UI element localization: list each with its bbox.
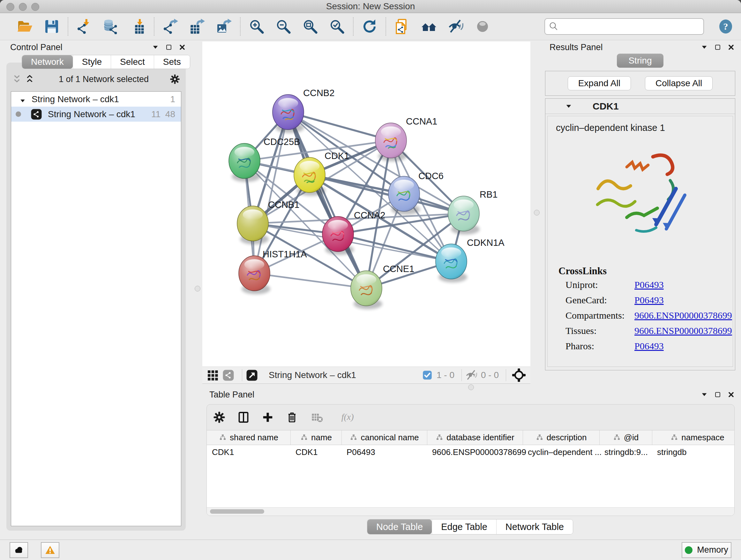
table-options-gear-icon[interactable] <box>213 411 225 423</box>
node-RB1[interactable] <box>448 196 480 235</box>
float-panel-icon[interactable] <box>165 44 172 51</box>
node-CCNA1[interactable] <box>375 123 407 162</box>
table-cell[interactable]: CDK1 <box>207 445 290 459</box>
tab-select[interactable]: Select <box>111 55 154 69</box>
search-box[interactable] <box>544 18 704 35</box>
memory-button[interactable]: Memory <box>682 542 731 558</box>
left-splitter-handle[interactable] <box>195 286 200 292</box>
panel-menu-icon[interactable] <box>152 44 159 51</box>
selected-checkbox-icon[interactable] <box>422 370 432 380</box>
right-splitter-handle[interactable] <box>534 210 540 215</box>
scrollbar-thumb[interactable] <box>210 509 264 514</box>
table-cell[interactable]: P06493 <box>341 445 427 459</box>
network-row[interactable]: String Network – cdk1 11 48 <box>11 107 181 122</box>
import-database-button[interactable] <box>98 15 125 38</box>
table-cell[interactable]: stringdb <box>652 445 734 459</box>
table-cell[interactable]: cyclin–dependent ... <box>523 445 599 459</box>
expand-all-icon[interactable] <box>25 74 35 84</box>
zoom-selected-button[interactable] <box>324 15 350 38</box>
protein-structure-image <box>580 150 701 246</box>
tab-node-table[interactable]: Node Table <box>367 519 432 534</box>
header-cell-database-identifier[interactable]: database identifier <box>427 430 523 445</box>
node-CDK1[interactable] <box>294 158 326 196</box>
cloud-button[interactable] <box>10 542 28 558</box>
crosslink-value-link[interactable]: 9606.ENSP00000378699 <box>634 325 732 336</box>
header-cell-shared-name[interactable]: shared name <box>207 430 290 445</box>
export-image-button[interactable] <box>211 15 238 38</box>
open-session-button[interactable] <box>11 15 38 38</box>
header-cell-@id[interactable]: @id <box>599 430 652 445</box>
zoom-in-button[interactable] <box>243 15 270 38</box>
node-CDC25B[interactable] <box>229 143 260 182</box>
node-CDKN1A[interactable] <box>435 244 467 283</box>
expand-all-button[interactable]: Expand All <box>568 76 631 90</box>
detach-view-icon[interactable] <box>246 369 258 381</box>
tab-edge-table[interactable]: Edge Table <box>432 519 496 534</box>
node-CDC6[interactable] <box>388 176 420 215</box>
header-cell-canonical-name[interactable]: canonical name <box>341 430 427 445</box>
crosslink-value-link[interactable]: 9606.ENSP00000378699 <box>634 310 732 321</box>
crosslink-value-link[interactable]: P06493 <box>634 341 664 352</box>
close-panel-icon[interactable] <box>179 44 186 51</box>
node-CCNB2[interactable] <box>273 95 304 133</box>
section-caret-icon[interactable] <box>565 103 572 110</box>
network-badge-icon[interactable] <box>222 369 234 381</box>
header-cell-description[interactable]: description <box>523 430 599 445</box>
header-cell-namespace[interactable]: namespace <box>652 430 734 445</box>
gene-section-header[interactable]: CDK1 <box>545 99 735 114</box>
close-panel-icon[interactable] <box>728 44 735 51</box>
node-CCNA2[interactable] <box>322 216 354 255</box>
tab-style[interactable]: Style <box>73 55 111 69</box>
zoom-out-button[interactable] <box>270 15 297 38</box>
crosslink-value-link[interactable]: P06493 <box>634 295 664 306</box>
table-horizontal-scrollbar[interactable] <box>207 507 734 516</box>
header-cell-name[interactable]: name <box>290 430 341 445</box>
edge-HIST1H1A-CCNE1[interactable] <box>254 273 366 288</box>
export-table-button[interactable] <box>184 15 211 38</box>
hide-graphics-details-button[interactable] <box>442 15 469 38</box>
tab-network[interactable]: Network <box>22 55 73 69</box>
table-cell[interactable]: 9606.ENSP00000378699 <box>427 445 523 459</box>
node-CCNB1[interactable] <box>237 206 269 245</box>
show-columns-icon[interactable] <box>238 411 250 423</box>
clone-network-button[interactable] <box>389 15 415 38</box>
node-CCNE1[interactable] <box>351 271 382 309</box>
table-cell[interactable]: stringdb:9... <box>599 445 652 459</box>
save-session-button[interactable] <box>38 15 65 38</box>
float-panel-icon[interactable] <box>714 44 721 51</box>
hidden-eye-icon[interactable] <box>466 369 477 381</box>
fit-selected-crosshair-icon[interactable] <box>512 368 526 382</box>
close-panel-icon[interactable] <box>728 391 735 398</box>
grid-view-icon[interactable] <box>207 369 219 381</box>
network-options-gear-icon[interactable] <box>170 74 180 84</box>
panel-menu-icon[interactable] <box>701 391 708 398</box>
import-network-button[interactable] <box>71 15 98 38</box>
string-network-graph[interactable]: CCNB2CCNA1CDC25BCDK1CDC6RB1CCNB1CCNA2CDK… <box>202 42 530 367</box>
network-view-canvas[interactable]: CCNB2CCNA1CDC25BCDK1CDC6RB1CCNB1CCNA2CDK… <box>202 42 530 367</box>
tab-string[interactable]: String <box>617 54 663 68</box>
zoom-fit-button[interactable] <box>297 15 324 38</box>
refresh-view-button[interactable] <box>356 15 383 38</box>
collapse-all-icon[interactable] <box>12 74 22 84</box>
crosslink-value-link[interactable]: P06493 <box>634 279 664 290</box>
panel-menu-icon[interactable] <box>701 44 708 51</box>
show-graphics-details-button[interactable] <box>469 15 496 38</box>
add-column-icon[interactable] <box>262 411 274 423</box>
table-row[interactable]: CDK1CDK1P064939606.ENSP00000378699cyclin… <box>207 445 734 459</box>
node-HIST1H1A[interactable] <box>239 256 270 294</box>
warnings-button[interactable] <box>41 542 59 558</box>
network-collection-row[interactable]: String Network – cdk1 1 <box>11 91 181 107</box>
export-network-button[interactable] <box>157 15 184 38</box>
float-panel-icon[interactable] <box>714 391 721 398</box>
collapse-all-button[interactable]: Collapse All <box>645 76 713 90</box>
collection-label: String Network – cdk1 <box>31 94 119 105</box>
tab-network-table[interactable]: Network Table <box>496 519 573 534</box>
help-button[interactable]: ? <box>718 18 733 35</box>
table-cell[interactable]: CDK1 <box>290 445 341 459</box>
delete-column-icon[interactable] <box>286 411 298 423</box>
show-overview-button[interactable] <box>415 15 442 38</box>
collection-caret-icon[interactable] <box>19 96 26 103</box>
search-input[interactable] <box>559 20 703 33</box>
tab-sets[interactable]: Sets <box>154 55 190 69</box>
import-table-button[interactable] <box>125 15 151 38</box>
